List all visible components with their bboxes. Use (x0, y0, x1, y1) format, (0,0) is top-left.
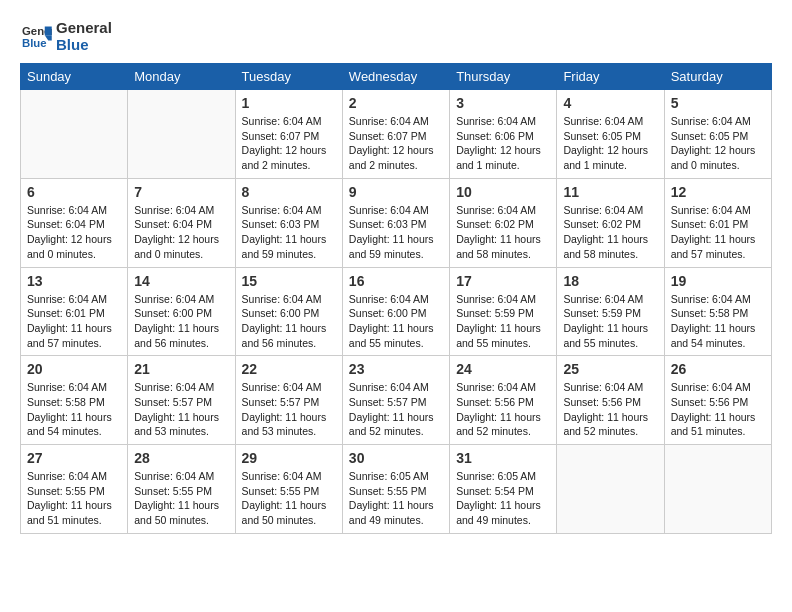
day-number: 11 (563, 184, 657, 200)
day-info: Sunrise: 6:04 AM Sunset: 5:59 PM Dayligh… (563, 292, 657, 351)
day-number: 7 (134, 184, 228, 200)
logo-icon: General Blue (20, 23, 52, 51)
day-info: Sunrise: 6:04 AM Sunset: 5:56 PM Dayligh… (563, 380, 657, 439)
day-cell: 7Sunrise: 6:04 AM Sunset: 6:04 PM Daylig… (128, 178, 235, 267)
day-number: 25 (563, 361, 657, 377)
day-info: Sunrise: 6:04 AM Sunset: 5:56 PM Dayligh… (456, 380, 550, 439)
day-number: 14 (134, 273, 228, 289)
day-cell: 25Sunrise: 6:04 AM Sunset: 5:56 PM Dayli… (557, 356, 664, 445)
day-cell: 17Sunrise: 6:04 AM Sunset: 5:59 PM Dayli… (450, 267, 557, 356)
day-info: Sunrise: 6:04 AM Sunset: 5:57 PM Dayligh… (349, 380, 443, 439)
day-cell: 21Sunrise: 6:04 AM Sunset: 5:57 PM Dayli… (128, 356, 235, 445)
day-cell (128, 90, 235, 179)
day-cell: 5Sunrise: 6:04 AM Sunset: 6:05 PM Daylig… (664, 90, 771, 179)
day-number: 30 (349, 450, 443, 466)
day-info: Sunrise: 6:04 AM Sunset: 5:55 PM Dayligh… (27, 469, 121, 528)
svg-text:Blue: Blue (22, 36, 47, 48)
day-number: 24 (456, 361, 550, 377)
day-info: Sunrise: 6:04 AM Sunset: 6:02 PM Dayligh… (456, 203, 550, 262)
header-day-saturday: Saturday (664, 64, 771, 90)
day-number: 27 (27, 450, 121, 466)
day-info: Sunrise: 6:04 AM Sunset: 6:00 PM Dayligh… (349, 292, 443, 351)
day-number: 20 (27, 361, 121, 377)
calendar-table: SundayMondayTuesdayWednesdayThursdayFrid… (20, 63, 772, 534)
logo-blue: Blue (56, 37, 112, 54)
day-cell: 14Sunrise: 6:04 AM Sunset: 6:00 PM Dayli… (128, 267, 235, 356)
day-info: Sunrise: 6:04 AM Sunset: 6:07 PM Dayligh… (349, 114, 443, 173)
calendar-header: SundayMondayTuesdayWednesdayThursdayFrid… (21, 64, 772, 90)
day-info: Sunrise: 6:04 AM Sunset: 6:01 PM Dayligh… (27, 292, 121, 351)
day-cell: 8Sunrise: 6:04 AM Sunset: 6:03 PM Daylig… (235, 178, 342, 267)
day-info: Sunrise: 6:04 AM Sunset: 6:04 PM Dayligh… (27, 203, 121, 262)
day-info: Sunrise: 6:04 AM Sunset: 6:00 PM Dayligh… (134, 292, 228, 351)
day-cell: 13Sunrise: 6:04 AM Sunset: 6:01 PM Dayli… (21, 267, 128, 356)
svg-marker-2 (45, 26, 52, 35)
day-cell: 2Sunrise: 6:04 AM Sunset: 6:07 PM Daylig… (342, 90, 449, 179)
day-cell (557, 445, 664, 534)
day-number: 17 (456, 273, 550, 289)
logo-general: General (56, 20, 112, 37)
header-day-tuesday: Tuesday (235, 64, 342, 90)
logo: General Blue General Blue (20, 20, 112, 53)
day-info: Sunrise: 6:04 AM Sunset: 6:00 PM Dayligh… (242, 292, 336, 351)
day-info: Sunrise: 6:05 AM Sunset: 5:54 PM Dayligh… (456, 469, 550, 528)
day-cell: 15Sunrise: 6:04 AM Sunset: 6:00 PM Dayli… (235, 267, 342, 356)
week-row-1: 1Sunrise: 6:04 AM Sunset: 6:07 PM Daylig… (21, 90, 772, 179)
day-info: Sunrise: 6:04 AM Sunset: 5:59 PM Dayligh… (456, 292, 550, 351)
day-cell: 29Sunrise: 6:04 AM Sunset: 5:55 PM Dayli… (235, 445, 342, 534)
day-cell: 3Sunrise: 6:04 AM Sunset: 6:06 PM Daylig… (450, 90, 557, 179)
day-number: 29 (242, 450, 336, 466)
day-info: Sunrise: 6:04 AM Sunset: 6:03 PM Dayligh… (349, 203, 443, 262)
day-cell (21, 90, 128, 179)
day-cell: 20Sunrise: 6:04 AM Sunset: 5:58 PM Dayli… (21, 356, 128, 445)
week-row-2: 6Sunrise: 6:04 AM Sunset: 6:04 PM Daylig… (21, 178, 772, 267)
day-number: 2 (349, 95, 443, 111)
day-info: Sunrise: 6:04 AM Sunset: 6:06 PM Dayligh… (456, 114, 550, 173)
day-cell (664, 445, 771, 534)
page-header: General Blue General Blue (20, 20, 772, 53)
day-number: 9 (349, 184, 443, 200)
header-day-thursday: Thursday (450, 64, 557, 90)
day-number: 13 (27, 273, 121, 289)
day-number: 4 (563, 95, 657, 111)
day-number: 3 (456, 95, 550, 111)
day-info: Sunrise: 6:04 AM Sunset: 6:04 PM Dayligh… (134, 203, 228, 262)
day-info: Sunrise: 6:04 AM Sunset: 6:01 PM Dayligh… (671, 203, 765, 262)
day-number: 19 (671, 273, 765, 289)
day-number: 8 (242, 184, 336, 200)
day-cell: 27Sunrise: 6:04 AM Sunset: 5:55 PM Dayli… (21, 445, 128, 534)
week-row-3: 13Sunrise: 6:04 AM Sunset: 6:01 PM Dayli… (21, 267, 772, 356)
day-info: Sunrise: 6:04 AM Sunset: 6:05 PM Dayligh… (563, 114, 657, 173)
day-info: Sunrise: 6:04 AM Sunset: 6:05 PM Dayligh… (671, 114, 765, 173)
day-number: 22 (242, 361, 336, 377)
day-info: Sunrise: 6:04 AM Sunset: 5:56 PM Dayligh… (671, 380, 765, 439)
day-info: Sunrise: 6:04 AM Sunset: 6:07 PM Dayligh… (242, 114, 336, 173)
day-info: Sunrise: 6:04 AM Sunset: 5:58 PM Dayligh… (671, 292, 765, 351)
day-number: 1 (242, 95, 336, 111)
day-cell: 4Sunrise: 6:04 AM Sunset: 6:05 PM Daylig… (557, 90, 664, 179)
calendar-body: 1Sunrise: 6:04 AM Sunset: 6:07 PM Daylig… (21, 90, 772, 534)
day-number: 26 (671, 361, 765, 377)
header-day-friday: Friday (557, 64, 664, 90)
week-row-4: 20Sunrise: 6:04 AM Sunset: 5:58 PM Dayli… (21, 356, 772, 445)
day-cell: 22Sunrise: 6:04 AM Sunset: 5:57 PM Dayli… (235, 356, 342, 445)
day-cell: 16Sunrise: 6:04 AM Sunset: 6:00 PM Dayli… (342, 267, 449, 356)
day-cell: 12Sunrise: 6:04 AM Sunset: 6:01 PM Dayli… (664, 178, 771, 267)
header-day-sunday: Sunday (21, 64, 128, 90)
day-cell: 18Sunrise: 6:04 AM Sunset: 5:59 PM Dayli… (557, 267, 664, 356)
day-cell: 24Sunrise: 6:04 AM Sunset: 5:56 PM Dayli… (450, 356, 557, 445)
day-number: 21 (134, 361, 228, 377)
day-cell: 26Sunrise: 6:04 AM Sunset: 5:56 PM Dayli… (664, 356, 771, 445)
day-cell: 11Sunrise: 6:04 AM Sunset: 6:02 PM Dayli… (557, 178, 664, 267)
header-day-monday: Monday (128, 64, 235, 90)
day-info: Sunrise: 6:04 AM Sunset: 6:03 PM Dayligh… (242, 203, 336, 262)
day-number: 10 (456, 184, 550, 200)
week-row-5: 27Sunrise: 6:04 AM Sunset: 5:55 PM Dayli… (21, 445, 772, 534)
header-row: SundayMondayTuesdayWednesdayThursdayFrid… (21, 64, 772, 90)
day-info: Sunrise: 6:04 AM Sunset: 5:57 PM Dayligh… (134, 380, 228, 439)
day-number: 6 (27, 184, 121, 200)
header-day-wednesday: Wednesday (342, 64, 449, 90)
day-cell: 31Sunrise: 6:05 AM Sunset: 5:54 PM Dayli… (450, 445, 557, 534)
day-info: Sunrise: 6:04 AM Sunset: 5:55 PM Dayligh… (242, 469, 336, 528)
day-cell: 9Sunrise: 6:04 AM Sunset: 6:03 PM Daylig… (342, 178, 449, 267)
